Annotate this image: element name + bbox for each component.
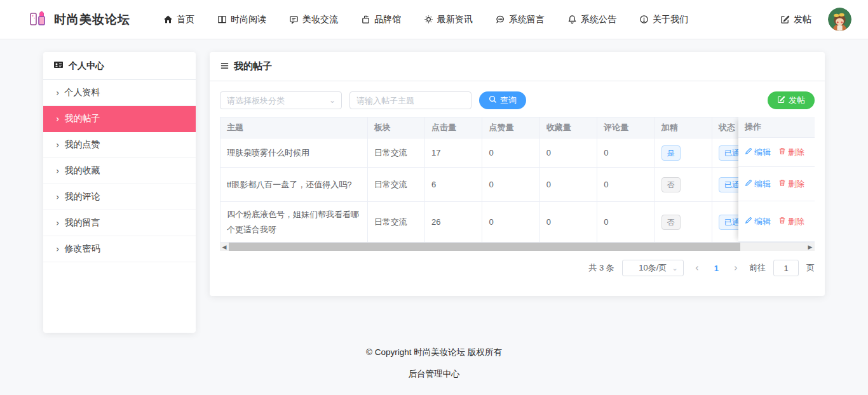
search-button[interactable]: 查询 (479, 91, 526, 109)
row-actions: 编辑 删除 (738, 138, 815, 167)
panel-header: 我的帖子 (210, 52, 825, 81)
scroll-right-arrow-icon[interactable]: ▶ (806, 243, 815, 251)
user-avatar[interactable] (828, 8, 851, 31)
featured-badge: 是 (661, 145, 681, 161)
pencil-icon (745, 217, 752, 226)
page-size-select[interactable]: 10条/页 ⌄ (622, 260, 684, 276)
shop-icon (361, 15, 370, 24)
nav-item-home[interactable]: 首页 (163, 14, 194, 25)
id-card-icon (53, 60, 64, 72)
goto-page-input[interactable] (773, 260, 799, 276)
nav-item-about-us[interactable]: 关于我们 (639, 14, 688, 25)
sidebar-item-my-favorites[interactable]: › 我的收藏 (43, 158, 196, 184)
horizontal-scrollbar[interactable]: ◀ ▶ (220, 243, 815, 251)
page-unit-label: 页 (806, 262, 815, 274)
nav-item-latest-news[interactable]: 最新资讯 (424, 14, 473, 25)
sidebar-header: 个人中心 (43, 52, 196, 80)
col-operation: 操作 (738, 117, 815, 138)
chevron-right-icon: › (56, 88, 60, 98)
scrollbar-track[interactable] (229, 243, 806, 251)
table-row: tf眼影都八百一盘了，还值得入吗? 日常交流 6 0 0 0 否 已通过 202… (220, 168, 815, 202)
page-footer: © Copyright 时尚美妆论坛 版权所有 后台管理中心 (0, 347, 868, 380)
main-nav: 首页 时尚阅读 美妆交流 品牌馆 最新资讯 系统留言 系统公告 关于我们 (163, 14, 688, 25)
edit-square-icon (780, 15, 790, 24)
scroll-left-arrow-icon[interactable]: ◀ (220, 243, 229, 251)
nav-item-beauty-exchange[interactable]: 美妆交流 (289, 14, 338, 25)
row-actions: 编辑 删除 (738, 201, 815, 242)
pencil-icon (745, 179, 752, 189)
total-count: 共 3 条 (588, 262, 614, 274)
table-header-row: 主题 板块 点击量 点赞量 收藏量 评论量 加精 状态 添加时间 (220, 117, 815, 138)
trash-icon (778, 147, 786, 157)
chevron-right-icon: › (56, 218, 60, 228)
navbar-post-button[interactable]: 发帖 (780, 14, 811, 25)
sidebar-item-my-comments[interactable]: › 我的评论 (43, 184, 196, 210)
col-clicks: 点击量 (425, 117, 482, 138)
topic-search-input[interactable] (349, 91, 471, 109)
nav-item-fashion-reading[interactable]: 时尚阅读 (217, 14, 266, 25)
home-icon (163, 15, 173, 24)
nav-item-system-messages[interactable]: 系统留言 (496, 14, 545, 25)
search-icon (489, 95, 497, 105)
bell-icon (567, 15, 577, 24)
message-bubble-icon (496, 15, 505, 24)
sidebar-item-my-posts[interactable]: › 我的帖子 (43, 106, 196, 132)
fixed-operation-column: 操作 编辑 删除 编辑 (738, 117, 815, 242)
chevron-down-icon: ⌄ (329, 96, 336, 105)
sun-icon (424, 15, 433, 24)
new-post-button[interactable]: 发帖 (768, 91, 815, 109)
goto-label: 前往 (749, 262, 766, 274)
col-comments: 评论量 (597, 117, 654, 138)
content-area: 个人中心 › 个人资料 › 我的帖子 › 我的点赞 › 我的收藏 › 我的评论 … (0, 39, 868, 333)
col-topic: 主题 (220, 117, 368, 138)
chevron-right-icon: › (56, 166, 60, 176)
cell-topic: tf眼影都八百一盘了，还值得入吗? (220, 168, 368, 202)
edit-square-icon (777, 95, 785, 105)
chevron-right-icon: › (56, 140, 60, 150)
edit-button[interactable]: 编辑 (745, 216, 771, 227)
nav-item-system-announcements[interactable]: 系统公告 (567, 14, 616, 25)
brand[interactable]: 时尚美妆论坛 (29, 9, 130, 30)
chevron-right-icon: › (56, 114, 60, 124)
sidebar-item-my-messages[interactable]: › 我的留言 (43, 210, 196, 236)
copyright-text: © Copyright 时尚美妆论坛 版权所有 (0, 347, 868, 358)
top-navbar: 时尚美妆论坛 首页 时尚阅读 美妆交流 品牌馆 最新资讯 系统留言 系统公 (0, 0, 868, 39)
book-icon (217, 15, 227, 24)
table-row: 理肤泉喷雾什么时候用 日常交流 17 0 0 0 是 已通过 2023-1 (220, 138, 815, 168)
edit-button[interactable]: 编辑 (745, 147, 771, 158)
table-row: 四个粉底液色号，姐妹们帮我看看哪个更适合我呀 日常交流 26 0 0 0 否 已… (220, 202, 815, 243)
delete-button[interactable]: 删除 (778, 216, 804, 227)
delete-button[interactable]: 删除 (778, 147, 804, 158)
edit-button[interactable]: 编辑 (745, 178, 771, 190)
admin-center-link[interactable]: 后台管理中心 (0, 368, 868, 380)
col-board: 板块 (367, 117, 424, 138)
personal-center-sidebar: 个人中心 › 个人资料 › 我的帖子 › 我的点赞 › 我的收藏 › 我的评论 … (43, 52, 196, 333)
col-likes: 点赞量 (482, 117, 539, 138)
panel-title: 我的帖子 (234, 60, 272, 72)
chat-square-icon (289, 15, 299, 24)
site-title: 时尚美妆论坛 (54, 11, 130, 28)
posts-table: 主题 板块 点击量 点赞量 收藏量 评论量 加精 状态 添加时间 理肤泉喷雾什么… (220, 117, 815, 243)
category-select-input[interactable] (227, 92, 335, 109)
next-page-button[interactable]: › (730, 262, 742, 274)
sidebar-item-profile[interactable]: › 个人资料 (43, 80, 196, 106)
trash-icon (778, 217, 786, 226)
col-featured: 加精 (654, 117, 712, 138)
chevron-right-icon: › (56, 244, 60, 254)
cell-topic: 理肤泉喷雾什么时候用 (220, 138, 368, 168)
prev-page-button[interactable]: ‹ (691, 262, 703, 274)
category-select[interactable]: ⌄ (220, 91, 342, 109)
featured-badge: 否 (661, 215, 681, 230)
info-icon (639, 15, 649, 24)
trash-icon (778, 179, 786, 189)
featured-badge: 否 (661, 177, 681, 192)
sidebar-item-change-password[interactable]: › 修改密码 (43, 236, 196, 262)
scrollbar-thumb[interactable] (229, 243, 740, 251)
page-number-1[interactable]: 1 (710, 264, 722, 273)
menu-icon (220, 61, 229, 72)
sidebar-item-my-likes[interactable]: › 我的点赞 (43, 132, 196, 158)
delete-button[interactable]: 删除 (778, 178, 804, 190)
col-favorites: 收藏量 (539, 117, 597, 138)
chevron-down-icon: ⌄ (672, 264, 678, 272)
nav-item-brand-hall[interactable]: 品牌馆 (361, 14, 401, 25)
